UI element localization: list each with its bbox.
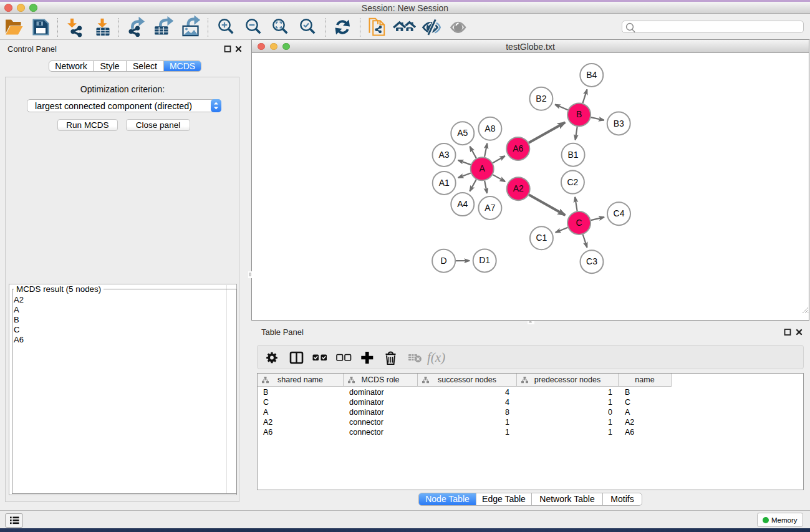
svg-text:B3: B3 — [614, 118, 624, 128]
svg-text:A6: A6 — [513, 143, 523, 153]
svg-text:B: B — [576, 109, 582, 119]
svg-text:A2: A2 — [513, 183, 524, 193]
svg-text:A4: A4 — [457, 199, 468, 209]
svg-text:C2: C2 — [567, 177, 578, 187]
svg-text:D1: D1 — [479, 255, 490, 265]
svg-text:D: D — [441, 256, 447, 266]
svg-text:A7: A7 — [485, 203, 495, 213]
svg-text:A3: A3 — [438, 150, 449, 160]
svg-text:C4: C4 — [614, 208, 625, 218]
svg-text:A: A — [480, 163, 486, 173]
svg-text:B1: B1 — [568, 150, 579, 160]
svg-text:C3: C3 — [586, 256, 597, 266]
svg-text:A8: A8 — [485, 123, 495, 133]
svg-text:B4: B4 — [586, 70, 597, 80]
svg-text:B2: B2 — [536, 94, 546, 104]
svg-text:A5: A5 — [457, 128, 468, 138]
svg-text:C: C — [576, 218, 582, 228]
svg-text:f(x): f(x) — [427, 350, 445, 365]
svg-text:A1: A1 — [439, 178, 450, 188]
svg-text:C1: C1 — [536, 233, 547, 243]
